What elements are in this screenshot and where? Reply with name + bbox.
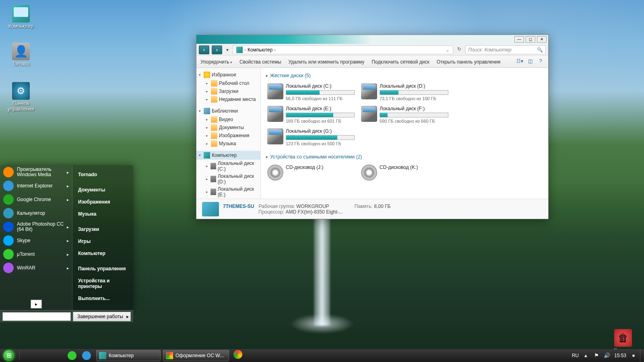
toolbar-opencp[interactable]: Открыть панель управления — [437, 59, 501, 65]
submenu-arrow-icon: ▸ — [67, 197, 69, 202]
expand-icon: ▸ — [206, 117, 211, 121]
nav-label: Загрузки — [219, 88, 238, 94]
drive-item[interactable]: CD-дисковод (K:) — [359, 163, 450, 182]
breadcrumb-item[interactable]: Компьютер — [248, 47, 272, 53]
refresh-button[interactable]: ↻ — [456, 46, 463, 53]
startmenu-place-cp[interactable]: Панель управления — [72, 263, 133, 275]
address-bar: ‹ › ▾ › Компьютер › ⌄ ↻ Поиск: Компьютер… — [196, 44, 548, 56]
nav-item[interactable]: ▸Изображения — [196, 132, 260, 140]
all-programs[interactable]: ▸ — [0, 298, 72, 310]
nav-item[interactable]: ▸Локальный диск (C:) — [196, 160, 260, 173]
startmenu-place-run[interactable]: Выполнить... — [72, 292, 133, 304]
search-input[interactable]: Поиск: Компьютер 🔍 — [465, 45, 546, 54]
taskbar-task-explorer[interactable]: Компьютер — [96, 350, 161, 361]
forward-button[interactable]: › — [212, 45, 222, 54]
nav-group-header[interactable]: ▾Компьютер — [196, 151, 260, 160]
ie-icon — [3, 181, 14, 191]
tray-dot-icon[interactable]: ● — [630, 352, 637, 359]
language-indicator[interactable]: RU — [572, 353, 579, 358]
close-button[interactable]: ✕ — [537, 36, 547, 43]
startmenu-place-devices[interactable]: Устройства и принтеры — [72, 275, 133, 292]
hdd-icon — [267, 128, 283, 144]
drive-item[interactable]: CD-дисковод (J:) — [266, 163, 356, 182]
startmenu-place-music[interactable]: Музыка — [72, 208, 133, 220]
capacity-bar — [286, 135, 355, 140]
startmenu-ps[interactable]: Adobe Photoshop CC (64 Bit)▸ — [0, 220, 72, 234]
icon-label: Tornado — [6, 61, 36, 67]
drive-item[interactable]: Локальный диск (E:)189 ГБ свободно из 60… — [266, 104, 356, 125]
nav-item[interactable]: ▸Видео — [196, 115, 260, 123]
startmenu-place-user[interactable]: Tornado — [72, 169, 133, 181]
nav-item[interactable]: ▸Локальный диск (E:) — [196, 185, 260, 198]
nav-item[interactable]: ▸Документы — [196, 123, 260, 132]
desktop-icon-user[interactable]: Tornado — [6, 43, 36, 67]
wallpaper-waterfall — [314, 213, 330, 326]
hdd-icon — [361, 83, 377, 99]
startmenu-skype[interactable]: Skype▸ — [0, 234, 72, 247]
nav-item[interactable]: ▸Рабочий стол — [196, 79, 260, 87]
taskbar-task-chrome[interactable]: Оформление ОС W... — [163, 350, 229, 361]
tray-expand-icon[interactable]: ▴ — [583, 352, 589, 359]
start-search-input[interactable] — [2, 312, 71, 321]
quick-launch-utorrent[interactable] — [68, 351, 76, 360]
capacity-bar — [286, 113, 355, 117]
group-header[interactable]: Устройства со съемными носителями (2) — [266, 152, 543, 161]
drive-item[interactable]: Локальный диск (G:)123 ГБ свободно из 50… — [266, 127, 356, 148]
start-button[interactable] — [0, 349, 18, 362]
startmenu-ie[interactable]: Internet Explorer▸ — [0, 179, 72, 193]
toolbar-sysprops[interactable]: Свойства системы — [239, 59, 281, 65]
startmenu-winrar[interactable]: WinRAR▸ — [0, 261, 72, 275]
nav-item[interactable]: ▸Недавние места — [196, 95, 260, 103]
nav-item[interactable]: ▸Музыка — [196, 140, 260, 148]
all-programs-button[interactable]: ▸ — [31, 300, 42, 309]
toolbar-uninstall[interactable]: Удалить или изменить программу — [289, 59, 365, 65]
nav-group-header[interactable]: ▾Библиотеки — [196, 107, 260, 115]
path-dropdown-icon[interactable]: ⌄ — [446, 47, 450, 53]
back-button[interactable]: ‹ — [199, 45, 209, 54]
nav-item[interactable]: ▸Загрузки — [196, 87, 260, 95]
fold-icon — [211, 96, 217, 103]
help-button[interactable]: ? — [537, 58, 544, 66]
hdd-icon — [267, 106, 283, 122]
startmenu-wmp[interactable]: Проигрыватель Windows Media▸ — [0, 165, 72, 179]
shutdown-button[interactable]: Завершение работы — [73, 312, 131, 321]
drive-item[interactable]: Локальный диск (C:)56,5 ГБ свободно из 1… — [266, 82, 356, 103]
desktop-icon-computer[interactable]: Компьютер — [6, 5, 36, 29]
startmenu-chrome[interactable]: Google Chrome▸ — [0, 193, 72, 206]
volume-icon[interactable]: 🔊 — [604, 352, 610, 359]
startmenu-calc[interactable]: Калькулятор — [0, 206, 72, 220]
preview-pane-button[interactable]: ◫ — [526, 58, 534, 66]
drive-item[interactable]: Локальный диск (F:)590 ГБ свободно из 66… — [359, 104, 450, 125]
startmenu-place-computer[interactable]: Компьютер — [72, 247, 133, 259]
desktop-icon-control-panel[interactable]: Панель управления — [6, 82, 36, 112]
titlebar[interactable]: — ◻ ✕ — [196, 35, 548, 44]
show-desktop-button[interactable] — [640, 349, 644, 362]
startmenu-place-games[interactable]: Игры — [72, 235, 133, 247]
startmenu-place-downloads[interactable]: Загрузки — [72, 223, 133, 235]
disk-icon — [211, 163, 216, 169]
nav-item[interactable]: ▸Локальный диск (D:) — [196, 173, 260, 185]
menu-item-label: WinRAR — [17, 265, 67, 271]
nav-group-header[interactable]: ▾Избранное — [196, 70, 260, 79]
clock[interactable]: 15:53 — [614, 353, 626, 358]
drive-item[interactable]: Локальный диск (D:)73,1 ГБ свободно из 1… — [359, 82, 450, 103]
startmenu-place-pics[interactable]: Изображения — [72, 196, 133, 208]
history-dropdown[interactable]: ▾ — [225, 47, 230, 53]
workgroup-value: WORKGROUP — [296, 204, 329, 209]
view-options-button[interactable]: ☷▾ — [516, 58, 523, 66]
desktop[interactable]: КомпьютерTornadoПанель управленияКорзина… — [0, 0, 644, 362]
start-menu-bottom: Завершение работы — [0, 310, 133, 322]
startmenu-place-docs[interactable]: Документы — [72, 184, 133, 196]
nav-label: Локальный диск (D:) — [218, 173, 258, 185]
quick-launch-ie[interactable] — [82, 351, 91, 360]
action-center-icon[interactable]: ⚑ — [593, 352, 600, 359]
fold-icon — [211, 132, 217, 139]
group-header[interactable]: Жесткие диски (5) — [266, 71, 543, 80]
toolbar-organize[interactable]: Упорядочить — [200, 59, 232, 65]
maximize-button[interactable]: ◻ — [526, 36, 535, 43]
toolbar-mapdrive[interactable]: Подключить сетевой диск — [372, 59, 429, 65]
startmenu-utorrent[interactable]: μTorrent▸ — [0, 247, 72, 261]
minimize-button[interactable]: — — [514, 36, 524, 43]
taskbar-icon-chrome-ico[interactable] — [233, 350, 242, 359]
breadcrumb[interactable]: › Компьютер › ⌄ — [233, 45, 453, 54]
